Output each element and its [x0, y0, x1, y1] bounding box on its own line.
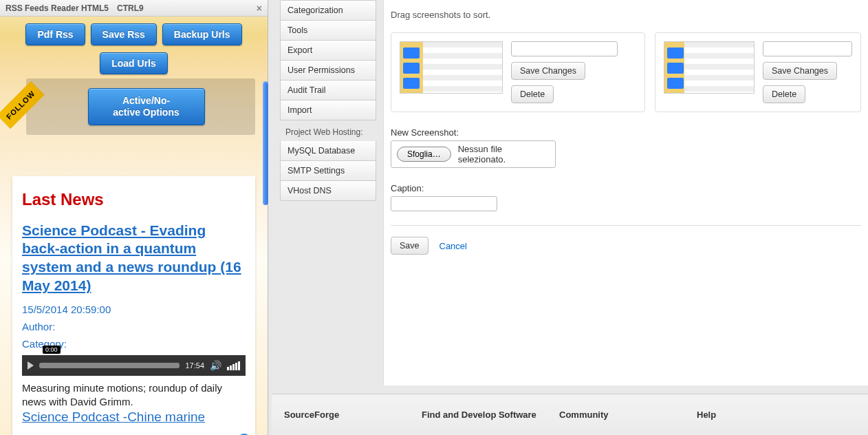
screenshot-controls: Save Changes Delete [511, 41, 618, 103]
volume-bars-icon[interactable] [227, 361, 240, 370]
new-screenshot-row: New Screenshot: Sfoglia… Nessun file sel… [391, 127, 861, 168]
news-headline-link[interactable]: Science Podcast - Evading back-action in… [22, 222, 246, 296]
sidebar-shortcut: CTRL9 [117, 3, 144, 13]
pdf-rss-button[interactable]: Pdf Rss [25, 23, 85, 45]
follow-ribbon[interactable]: FOLLOW [0, 71, 54, 139]
footer-nav: SourceForge Find and Develop Software Co… [272, 394, 868, 435]
news-description: Measuring minute motions; roundup of dai… [22, 381, 246, 410]
screenshot-thumbnail[interactable] [400, 41, 503, 94]
backup-urls-button[interactable]: Backup Urls [162, 23, 242, 45]
footer-sourceforge[interactable]: SourceForge [284, 410, 422, 435]
delete-button[interactable]: Delete [763, 85, 805, 103]
news-author-label: Author: [22, 321, 246, 332]
screenshots-editor: Drag screenshots to sort. Save Changes D… [383, 0, 868, 385]
options-banner: FOLLOW Active/No-active Options [26, 78, 255, 135]
audio-duration: 17:54 [185, 361, 204, 370]
toolbar-row-2: Load Urls [4, 52, 263, 74]
save-rss-button[interactable]: Save Rss [91, 23, 157, 45]
divider [391, 225, 861, 226]
footer-find-develop[interactable]: Find and Develop Software [422, 410, 559, 435]
admin-sidebar: Categorization Tools Export User Permiss… [280, 0, 376, 201]
speaker-icon[interactable]: 🔊 [210, 360, 221, 371]
audio-track[interactable] [39, 363, 180, 368]
form-actions: Save Cancel [391, 237, 861, 255]
browse-button[interactable]: Sfoglia… [397, 147, 451, 162]
footer-community[interactable]: Community [559, 410, 697, 435]
admin-menu-audit-trail[interactable]: Audit Trail [280, 81, 376, 100]
load-urls-button[interactable]: Load Urls [100, 52, 168, 74]
admin-group-webhosting: Project Web Hosting: [280, 120, 376, 141]
admin-menu-user-permissions[interactable]: User Permissions [280, 61, 376, 81]
sidebar-title: RSS Feeds Reader HTML5 [6, 3, 109, 13]
drag-hint: Drag screenshots to sort. [391, 10, 861, 20]
active-options-button[interactable]: Active/No-active Options [88, 88, 205, 125]
screenshot-caption-input[interactable] [763, 41, 852, 56]
footer-help[interactable]: Help [697, 410, 834, 435]
screenshot-thumbnail[interactable] [664, 41, 755, 94]
audio-player[interactable]: 0:00 17:54 🔊 [22, 355, 246, 376]
close-icon[interactable]: × [257, 3, 262, 14]
rss-sidebar-panel: RSS Feeds Reader HTML5 CTRL9 × Pdf Rss S… [0, 0, 268, 435]
screenshot-cards-row: Save Changes Delete Save Changes Delete [391, 32, 861, 112]
caption-input[interactable] [391, 196, 497, 211]
vertical-scrollbar[interactable] [263, 81, 268, 205]
admin-menu-tools[interactable]: Tools [280, 21, 376, 41]
screenshot-caption-input[interactable] [511, 41, 618, 56]
save-changes-button[interactable]: Save Changes [511, 62, 585, 80]
admin-menu-smtp[interactable]: SMTP Settings [280, 161, 376, 181]
save-button[interactable]: Save [391, 237, 428, 255]
news-heading: Last News [22, 190, 246, 209]
admin-menu-categorization[interactable]: Categorization [280, 0, 376, 21]
no-file-text: Nessun file selezionato. [458, 144, 550, 165]
toolbar-row-1: Pdf Rss Save Rss Backup Urls [4, 23, 263, 45]
delete-button[interactable]: Delete [511, 85, 554, 103]
screenshot-controls: Save Changes Delete [763, 41, 852, 103]
admin-menu-vhost[interactable]: VHost DNS [280, 181, 376, 201]
news-card: Last News Science Podcast - Evading back… [12, 176, 255, 435]
admin-menu-mysql[interactable]: MySQL Database [280, 141, 376, 161]
file-picker[interactable]: Sfoglia… Nessun file selezionato. [391, 140, 556, 168]
screenshot-card[interactable]: Save Changes Delete [391, 32, 645, 112]
admin-menu-export[interactable]: Export [280, 41, 376, 61]
caption-label: Caption: [391, 183, 861, 193]
audio-current-time: 0:00 [43, 346, 61, 354]
save-changes-button[interactable]: Save Changes [763, 62, 837, 80]
play-icon[interactable] [28, 361, 34, 370]
caption-row: Caption: [391, 183, 861, 211]
new-screenshot-label: New Screenshot: [391, 127, 861, 138]
screenshot-card[interactable]: Save Changes Delete [655, 32, 861, 112]
cancel-link[interactable]: Cancel [440, 241, 467, 251]
content-area: Categorization Tools Export User Permiss… [272, 0, 868, 435]
news-datetime: 15/5/2014 20:59:00 [22, 304, 246, 315]
admin-menu-import[interactable]: Import [280, 100, 376, 120]
next-news-link[interactable]: Science Podcast -Chine marine [22, 410, 205, 424]
sidebar-titlebar: RSS Feeds Reader HTML5 CTRL9 × [0, 0, 268, 17]
